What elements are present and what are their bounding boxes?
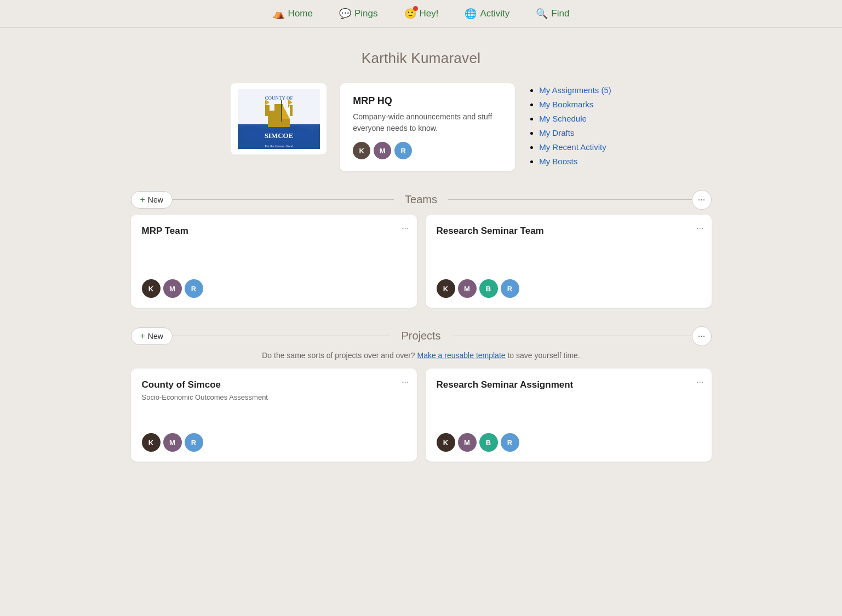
projects-section-wrapper: + New Projects ··· Do the same sorts of … — [131, 330, 712, 462]
team-research-avatar-3: R — [501, 279, 519, 298]
teams-section-header: + New Teams ··· — [131, 193, 712, 206]
nav-activity-label: Activity — [480, 8, 509, 19]
link-drafts[interactable]: My Drafts — [539, 128, 611, 138]
team-mrp-title: MRP Team — [142, 226, 406, 237]
projects-hint-text: Do the same sorts of projects over and o… — [262, 351, 415, 360]
teams-title: Teams — [394, 193, 448, 206]
activity-icon: 🌐 — [465, 8, 477, 20]
project-seminar-avatar-3: R — [501, 433, 519, 452]
hey-wrapper: 🙂 — [404, 8, 416, 20]
link-assignments[interactable]: My Assignments (5) — [539, 85, 611, 95]
project-simcoe-title: County of Simcoe — [142, 379, 406, 390]
nav-hey-label: Hey! — [420, 8, 439, 19]
avatar-1: K — [353, 142, 370, 159]
svg-text:For the Greater Good: For the Greater Good — [265, 145, 293, 148]
team-research-avatar-B: B — [479, 279, 498, 298]
profile-area: SIMCOE COUNTY OF For the Greater Good MR… — [131, 83, 712, 171]
team-card-mrp[interactable]: MRP Team ··· K M R — [131, 215, 417, 308]
project-simcoe-subtitle: Socio-Economic Outcomes Assessment — [142, 393, 406, 402]
projects-section-header: + New Projects ··· — [131, 330, 712, 342]
nav-home-label: Home — [288, 8, 313, 19]
quick-links: My Assignments (5) My Bookmarks My Sched… — [528, 83, 611, 171]
team-mrp-avatar-2: M — [163, 279, 182, 298]
avatar-3: R — [394, 142, 412, 159]
team-research-avatar-1: K — [437, 279, 455, 298]
pings-icon: 💬 — [339, 8, 351, 20]
project-seminar-avatar-2: M — [458, 433, 477, 452]
teams-section-wrapper: + New Teams ··· MRP Team ··· K M R — [131, 193, 712, 308]
team-mrp-menu-button[interactable]: ··· — [402, 223, 409, 233]
team-research-menu-button[interactable]: ··· — [696, 223, 703, 233]
main-content: Karthik Kumaravel — [120, 28, 723, 505]
svg-text:COUNTY OF: COUNTY OF — [265, 95, 293, 101]
nav-find-label: Find — [551, 8, 569, 19]
nav-pings[interactable]: 💬 Pings — [339, 8, 378, 20]
teams-more-icon: ··· — [698, 195, 705, 205]
projects-hint-suffix: to save yourself time. — [507, 351, 580, 360]
mrp-hq-title: MRP HQ — [353, 95, 502, 107]
project-simcoe-avatar-2: M — [163, 433, 182, 452]
plus-icon: + — [140, 195, 145, 205]
teams-new-button[interactable]: + New — [131, 191, 173, 209]
nav-find[interactable]: 🔍 Find — [536, 8, 569, 20]
svg-rect-3 — [265, 105, 270, 116]
project-simcoe-menu-button[interactable]: ··· — [402, 377, 409, 387]
teams-more-button[interactable]: ··· — [692, 190, 712, 210]
project-seminar-avatar-B: B — [479, 433, 498, 452]
team-mrp-avatar-3: R — [185, 279, 203, 298]
top-navigation: ⛺ Home 💬 Pings 🙂 Hey! 🌐 Activity 🔍 Find — [0, 0, 842, 28]
team-mrp-avatars: K M R — [142, 279, 406, 298]
team-research-avatar-2: M — [458, 279, 477, 298]
mrp-hq-card[interactable]: MRP HQ Company-wide announcements and st… — [340, 83, 515, 171]
find-icon: 🔍 — [536, 8, 548, 20]
nav-home[interactable]: ⛺ Home — [273, 8, 313, 20]
team-research-avatars: K M B R — [437, 279, 701, 298]
link-recent-activity[interactable]: My Recent Activity — [539, 142, 611, 152]
projects-template-link[interactable]: Make a reusable template — [417, 351, 505, 360]
user-name: Karthik Kumaravel — [131, 50, 712, 67]
projects-line-right — [452, 336, 712, 336]
team-research-title: Research Seminar Team — [437, 226, 701, 237]
mrp-hq-avatars: K M R — [353, 142, 502, 159]
projects-more-icon: ··· — [698, 331, 705, 341]
project-simcoe-avatar-3: R — [185, 433, 203, 452]
projects-hint: Do the same sorts of projects over and o… — [131, 351, 712, 360]
nav-hey[interactable]: 🙂 Hey! — [404, 8, 439, 20]
svg-text:SIMCOE: SIMCOE — [264, 131, 293, 140]
user-section: Karthik Kumaravel — [131, 50, 712, 67]
projects-new-label: New — [148, 332, 163, 341]
projects-plus-icon: + — [140, 331, 145, 341]
avatar-2: M — [374, 142, 391, 159]
teams-grid: MRP Team ··· K M R Research Seminar Team… — [131, 215, 712, 308]
projects-more-button[interactable]: ··· — [692, 326, 712, 346]
nav-activity[interactable]: 🌐 Activity — [465, 8, 509, 20]
project-card-seminar[interactable]: Research Seminar Assignment ··· K M B R — [426, 369, 712, 462]
projects-grid: County of Simcoe ··· Socio-Economic Outc… — [131, 369, 712, 462]
project-seminar-avatar-1: K — [437, 433, 455, 452]
project-simcoe-avatars: K M R — [142, 433, 406, 452]
team-card-research[interactable]: Research Seminar Team ··· K M B R — [426, 215, 712, 308]
link-bookmarks[interactable]: My Bookmarks — [539, 100, 611, 110]
projects-new-button[interactable]: + New — [131, 327, 173, 345]
company-logo-box: SIMCOE COUNTY OF For the Greater Good — [231, 83, 327, 154]
project-simcoe-avatar-1: K — [142, 433, 161, 452]
teams-line-right — [448, 199, 712, 200]
mrp-hq-desc: Company-wide announcements and stuff eve… — [353, 111, 502, 134]
home-icon: ⛺ — [273, 8, 285, 20]
teams-new-label: New — [148, 195, 163, 204]
project-seminar-title: Research Seminar Assignment — [437, 379, 701, 390]
project-seminar-menu-button[interactable]: ··· — [696, 377, 703, 387]
link-schedule[interactable]: My Schedule — [539, 114, 611, 124]
link-boosts[interactable]: My Boosts — [539, 157, 611, 166]
simcoe-logo-svg: SIMCOE COUNTY OF For the Greater Good — [238, 89, 320, 149]
notification-dot — [413, 6, 418, 11]
nav-pings-label: Pings — [354, 8, 378, 19]
project-seminar-avatars: K M B R — [437, 433, 701, 452]
project-card-simcoe[interactable]: County of Simcoe ··· Socio-Economic Outc… — [131, 369, 417, 462]
projects-title: Projects — [390, 330, 451, 342]
team-mrp-avatar-1: K — [142, 279, 161, 298]
